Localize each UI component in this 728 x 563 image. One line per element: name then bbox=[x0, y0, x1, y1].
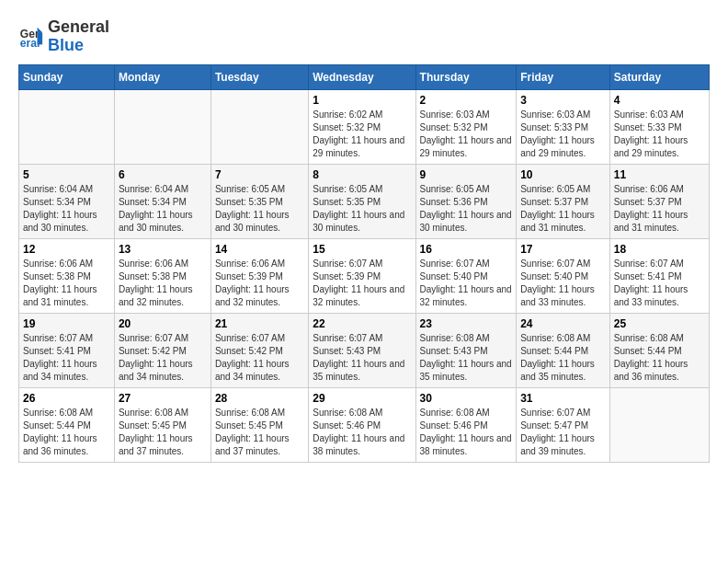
day-info: Sunrise: 6:08 AM Sunset: 5:44 PM Dayligh… bbox=[23, 407, 110, 458]
day-info: Sunrise: 6:06 AM Sunset: 5:38 PM Dayligh… bbox=[119, 258, 207, 309]
day-number: 29 bbox=[313, 392, 411, 405]
calendar-cell: 31 Sunrise: 6:07 AM Sunset: 5:47 PM Dayl… bbox=[517, 387, 610, 462]
calendar-cell bbox=[114, 89, 210, 164]
day-info: Sunrise: 6:07 AM Sunset: 5:42 PM Dayligh… bbox=[119, 332, 207, 384]
day-number: 3 bbox=[520, 94, 606, 107]
calendar-cell: 12 Sunrise: 6:06 AM Sunset: 5:38 PM Dayl… bbox=[19, 238, 115, 313]
logo-text-line1: General bbox=[48, 18, 109, 37]
day-number: 14 bbox=[215, 243, 304, 256]
column-header-thursday: Thursday bbox=[415, 64, 517, 89]
day-info: Sunrise: 6:05 AM Sunset: 5:36 PM Dayligh… bbox=[420, 183, 513, 235]
calendar-cell: 5 Sunrise: 6:04 AM Sunset: 5:34 PM Dayli… bbox=[19, 164, 115, 238]
day-info: Sunrise: 6:07 AM Sunset: 5:39 PM Dayligh… bbox=[313, 258, 411, 309]
day-number: 25 bbox=[614, 317, 705, 330]
calendar-cell: 28 Sunrise: 6:08 AM Sunset: 5:45 PM Dayl… bbox=[210, 387, 308, 462]
column-header-monday: Monday bbox=[114, 64, 210, 89]
day-number: 6 bbox=[119, 168, 207, 181]
calendar-table: SundayMondayTuesdayWednesdayThursdayFrid… bbox=[18, 64, 710, 463]
day-info: Sunrise: 6:04 AM Sunset: 5:34 PM Dayligh… bbox=[23, 183, 110, 235]
day-info: Sunrise: 6:07 AM Sunset: 5:40 PM Dayligh… bbox=[520, 258, 606, 309]
calendar-cell: 7 Sunrise: 6:05 AM Sunset: 5:35 PM Dayli… bbox=[210, 164, 308, 238]
logo-text-line2: Blue bbox=[48, 37, 109, 55]
day-number: 13 bbox=[119, 243, 207, 256]
day-info: Sunrise: 6:06 AM Sunset: 5:39 PM Dayligh… bbox=[215, 258, 304, 309]
calendar-week-row: 1 Sunrise: 6:02 AM Sunset: 5:32 PM Dayli… bbox=[19, 89, 710, 164]
calendar-week-row: 12 Sunrise: 6:06 AM Sunset: 5:38 PM Dayl… bbox=[19, 238, 710, 313]
day-number: 2 bbox=[420, 94, 513, 107]
calendar-cell bbox=[210, 89, 308, 164]
calendar-cell: 19 Sunrise: 6:07 AM Sunset: 5:41 PM Dayl… bbox=[19, 313, 115, 387]
day-number: 21 bbox=[215, 317, 304, 330]
day-number: 5 bbox=[23, 168, 110, 181]
calendar-week-row: 19 Sunrise: 6:07 AM Sunset: 5:41 PM Dayl… bbox=[19, 313, 710, 387]
day-info: Sunrise: 6:06 AM Sunset: 5:37 PM Dayligh… bbox=[614, 183, 705, 235]
calendar-cell: 3 Sunrise: 6:03 AM Sunset: 5:33 PM Dayli… bbox=[517, 89, 610, 164]
calendar-cell bbox=[19, 89, 115, 164]
calendar-cell: 6 Sunrise: 6:04 AM Sunset: 5:34 PM Dayli… bbox=[114, 164, 210, 238]
day-number: 24 bbox=[520, 317, 606, 330]
day-info: Sunrise: 6:08 AM Sunset: 5:43 PM Dayligh… bbox=[420, 332, 513, 384]
day-number: 11 bbox=[614, 168, 705, 181]
day-number: 1 bbox=[313, 94, 411, 107]
calendar-cell: 15 Sunrise: 6:07 AM Sunset: 5:39 PM Dayl… bbox=[309, 238, 415, 313]
day-info: Sunrise: 6:05 AM Sunset: 5:35 PM Dayligh… bbox=[215, 183, 304, 235]
calendar-cell: 21 Sunrise: 6:07 AM Sunset: 5:42 PM Dayl… bbox=[210, 313, 308, 387]
day-number: 22 bbox=[313, 317, 411, 330]
day-info: Sunrise: 6:08 AM Sunset: 5:45 PM Dayligh… bbox=[119, 407, 207, 458]
day-number: 30 bbox=[420, 392, 513, 405]
day-number: 17 bbox=[520, 243, 606, 256]
day-number: 10 bbox=[520, 168, 606, 181]
calendar-cell: 23 Sunrise: 6:08 AM Sunset: 5:43 PM Dayl… bbox=[415, 313, 517, 387]
day-info: Sunrise: 6:07 AM Sunset: 5:41 PM Dayligh… bbox=[614, 258, 705, 309]
calendar-cell: 29 Sunrise: 6:08 AM Sunset: 5:46 PM Dayl… bbox=[309, 387, 415, 462]
day-info: Sunrise: 6:08 AM Sunset: 5:46 PM Dayligh… bbox=[313, 407, 411, 458]
day-info: Sunrise: 6:04 AM Sunset: 5:34 PM Dayligh… bbox=[119, 183, 207, 235]
day-info: Sunrise: 6:02 AM Sunset: 5:32 PM Dayligh… bbox=[313, 109, 411, 160]
calendar-cell: 22 Sunrise: 6:07 AM Sunset: 5:43 PM Dayl… bbox=[309, 313, 415, 387]
day-info: Sunrise: 6:08 AM Sunset: 5:44 PM Dayligh… bbox=[614, 332, 705, 384]
day-number: 28 bbox=[215, 392, 304, 405]
day-number: 12 bbox=[23, 243, 110, 256]
day-number: 20 bbox=[119, 317, 207, 330]
day-number: 9 bbox=[420, 168, 513, 181]
day-info: Sunrise: 6:07 AM Sunset: 5:47 PM Dayligh… bbox=[520, 407, 606, 458]
calendar-cell: 8 Sunrise: 6:05 AM Sunset: 5:35 PM Dayli… bbox=[309, 164, 415, 238]
calendar-cell: 20 Sunrise: 6:07 AM Sunset: 5:42 PM Dayl… bbox=[114, 313, 210, 387]
day-number: 26 bbox=[23, 392, 110, 405]
day-number: 7 bbox=[215, 168, 304, 181]
day-info: Sunrise: 6:03 AM Sunset: 5:33 PM Dayligh… bbox=[520, 109, 606, 160]
calendar-cell: 9 Sunrise: 6:05 AM Sunset: 5:36 PM Dayli… bbox=[415, 164, 517, 238]
day-number: 16 bbox=[420, 243, 513, 256]
calendar-week-row: 5 Sunrise: 6:04 AM Sunset: 5:34 PM Dayli… bbox=[19, 164, 710, 238]
logo-icon: Gen eral bbox=[18, 24, 44, 50]
column-header-tuesday: Tuesday bbox=[210, 64, 308, 89]
day-number: 8 bbox=[313, 168, 411, 181]
calendar-cell: 26 Sunrise: 6:08 AM Sunset: 5:44 PM Dayl… bbox=[19, 387, 115, 462]
header: Gen eral General Blue bbox=[18, 18, 710, 55]
logo: Gen eral General Blue bbox=[18, 18, 109, 55]
day-info: Sunrise: 6:03 AM Sunset: 5:33 PM Dayligh… bbox=[614, 109, 705, 160]
day-info: Sunrise: 6:08 AM Sunset: 5:44 PM Dayligh… bbox=[520, 332, 606, 384]
column-header-wednesday: Wednesday bbox=[309, 64, 415, 89]
day-info: Sunrise: 6:07 AM Sunset: 5:43 PM Dayligh… bbox=[313, 332, 411, 384]
calendar-cell: 25 Sunrise: 6:08 AM Sunset: 5:44 PM Dayl… bbox=[609, 313, 709, 387]
calendar-cell: 16 Sunrise: 6:07 AM Sunset: 5:40 PM Dayl… bbox=[415, 238, 517, 313]
calendar-cell: 27 Sunrise: 6:08 AM Sunset: 5:45 PM Dayl… bbox=[114, 387, 210, 462]
day-info: Sunrise: 6:08 AM Sunset: 5:45 PM Dayligh… bbox=[215, 407, 304, 458]
day-number: 18 bbox=[614, 243, 705, 256]
column-header-saturday: Saturday bbox=[609, 64, 709, 89]
calendar-cell: 17 Sunrise: 6:07 AM Sunset: 5:40 PM Dayl… bbox=[517, 238, 610, 313]
calendar-cell: 18 Sunrise: 6:07 AM Sunset: 5:41 PM Dayl… bbox=[609, 238, 709, 313]
day-number: 27 bbox=[119, 392, 207, 405]
day-info: Sunrise: 6:05 AM Sunset: 5:37 PM Dayligh… bbox=[520, 183, 606, 235]
calendar-cell: 14 Sunrise: 6:06 AM Sunset: 5:39 PM Dayl… bbox=[210, 238, 308, 313]
calendar-cell: 2 Sunrise: 6:03 AM Sunset: 5:32 PM Dayli… bbox=[415, 89, 517, 164]
svg-rect-3 bbox=[38, 32, 43, 44]
day-info: Sunrise: 6:06 AM Sunset: 5:38 PM Dayligh… bbox=[23, 258, 110, 309]
calendar-header-row: SundayMondayTuesdayWednesdayThursdayFrid… bbox=[19, 64, 710, 89]
day-info: Sunrise: 6:05 AM Sunset: 5:35 PM Dayligh… bbox=[313, 183, 411, 235]
calendar-cell: 11 Sunrise: 6:06 AM Sunset: 5:37 PM Dayl… bbox=[609, 164, 709, 238]
calendar-cell: 30 Sunrise: 6:08 AM Sunset: 5:46 PM Dayl… bbox=[415, 387, 517, 462]
day-info: Sunrise: 6:07 AM Sunset: 5:42 PM Dayligh… bbox=[215, 332, 304, 384]
day-number: 31 bbox=[520, 392, 606, 405]
